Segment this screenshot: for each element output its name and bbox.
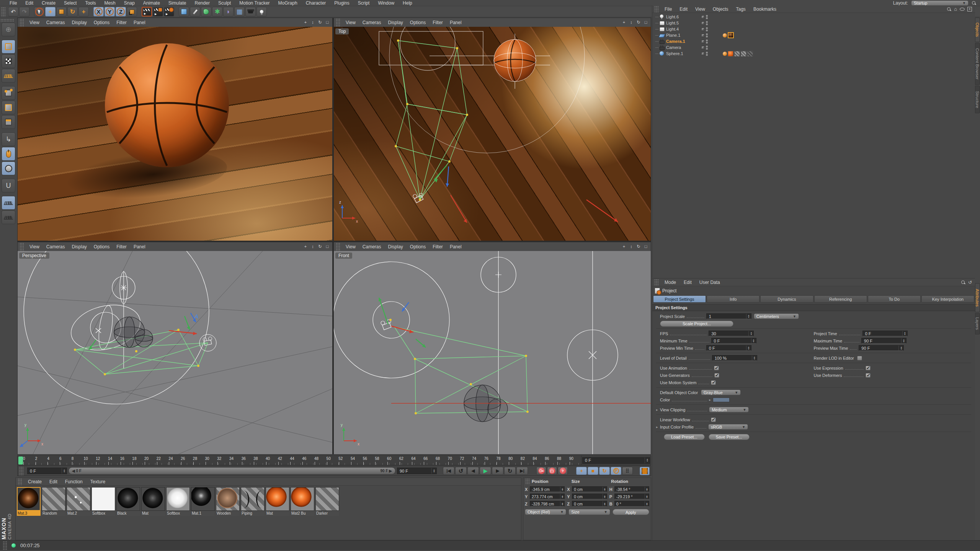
material-item[interactable]: Mat.1 — [191, 487, 215, 516]
add-icon[interactable]: + — [967, 7, 972, 11]
material-item[interactable]: Random — [41, 487, 66, 516]
viewport-grip[interactable] — [19, 242, 24, 251]
visibility-dots[interactable] — [706, 15, 708, 19]
object-row[interactable]: — Sphere.1 — [652, 51, 975, 57]
subdivision-surface-button[interactable] — [201, 7, 211, 16]
viewport-menu-item[interactable]: Cameras — [359, 244, 385, 249]
spline-pen-button[interactable] — [190, 7, 200, 16]
material-name[interactable]: Mat.3 — [17, 511, 41, 516]
size-y-field[interactable]: 0 cm▲▼ — [572, 494, 607, 499]
key-rotation-toggle[interactable]: ↻ — [599, 467, 610, 475]
material-name[interactable]: Mat — [141, 511, 165, 516]
material-thumbnail[interactable] — [17, 487, 41, 511]
editor-visibility-toggle[interactable] — [701, 15, 705, 19]
z-axis-lock-button[interactable]: Z — [116, 7, 126, 16]
menubar-item[interactable]: Help — [399, 0, 416, 6]
view-clipping-dropdown[interactable]: Medium▼ — [709, 407, 749, 412]
menubar-item[interactable]: Animate — [139, 0, 164, 6]
viewport-menu-item[interactable]: Options — [90, 244, 113, 249]
viewport-menu-item[interactable]: View — [26, 244, 43, 249]
material-item[interactable]: Piping — [240, 487, 265, 516]
material-thumbnail[interactable] — [266, 487, 289, 511]
viewport-menu-item[interactable]: Panel — [130, 20, 149, 25]
search-icon[interactable] — [961, 280, 965, 285]
spline-primitive-button[interactable]: ◗ — [223, 7, 234, 16]
editor-visibility-toggle[interactable] — [701, 21, 705, 25]
tree-toggle[interactable]: — — [655, 21, 659, 25]
material-thumbnail[interactable] — [67, 487, 90, 511]
visibility-dots[interactable] — [706, 21, 708, 25]
separator[interactable] — [90, 7, 93, 16]
attribute-tab[interactable]: To Do — [868, 295, 921, 303]
viewport-menu-item[interactable]: Filter — [429, 244, 446, 249]
material-menu-item[interactable]: Create — [24, 479, 46, 484]
timeline-ruler[interactable]: 0246810121416182022242628303234363840424… — [17, 455, 651, 465]
key-position-toggle[interactable]: + — [576, 467, 587, 475]
coordinate-mode-dropdown[interactable]: Object (Rel)▼ — [525, 509, 566, 515]
material-name[interactable]: Random — [42, 511, 65, 516]
rotate-icon[interactable]: ↻ — [636, 244, 641, 249]
visibility-dots[interactable] — [706, 46, 708, 50]
menubar-item[interactable]: Character — [302, 0, 330, 6]
powerslider-grip[interactable] — [19, 466, 23, 476]
visibility-dots[interactable] — [706, 27, 708, 31]
object-row[interactable]: — Camera.1 — [652, 38, 975, 44]
use-expression-checkbox[interactable]: ✓ — [866, 366, 871, 370]
undo-button[interactable]: ↶ — [8, 7, 18, 16]
record-options-button[interactable]: ? — [558, 467, 568, 475]
floor-button[interactable]: ▦ — [234, 7, 245, 16]
project-scale-unit-dropdown[interactable]: Centimeters▼ — [754, 313, 799, 319]
search-icon[interactable] — [947, 7, 951, 11]
menubar-item[interactable]: Plugins — [330, 0, 353, 6]
viewport-grip[interactable] — [19, 18, 24, 27]
use-deformers-checkbox[interactable]: ✓ — [866, 373, 871, 378]
pan-icon[interactable]: + — [303, 20, 308, 25]
fps-field[interactable]: 30▲▼ — [709, 331, 754, 336]
object-name[interactable]: Light.6 — [666, 15, 701, 19]
rotation-b-field[interactable]: 0 °▲▼ — [614, 501, 649, 507]
stripe-tag[interactable] — [734, 51, 740, 57]
material-name[interactable]: Softbox — [166, 511, 190, 516]
viewport-menu-item[interactable]: Panel — [446, 20, 465, 25]
viewport-perspective-canvas[interactable]: Perspective — [18, 251, 332, 454]
material-thumbnail[interactable] — [91, 487, 115, 511]
panel-grip[interactable] — [17, 478, 22, 485]
autokey-button[interactable]: ( ) — [547, 467, 557, 475]
viewport-menu-item[interactable]: View — [26, 20, 43, 25]
make-editable-button[interactable]: ⊕ — [2, 23, 15, 36]
visibility-dots[interactable] — [706, 39, 708, 44]
tweak-mode-button[interactable] — [2, 147, 15, 161]
live-selection-button[interactable] — [34, 7, 44, 16]
editor-visibility-toggle[interactable] — [701, 34, 705, 37]
object-manager-menu-item[interactable]: Tags — [732, 7, 750, 12]
attribute-menu-item[interactable]: User Data — [696, 280, 724, 285]
material-menu-item[interactable]: Function — [61, 479, 87, 484]
material-item[interactable]: Softbox — [166, 487, 190, 516]
material-item[interactable]: Mat — [265, 487, 290, 516]
mat-dark-tag[interactable] — [728, 32, 734, 38]
rotate-icon[interactable]: ↻ — [317, 244, 323, 249]
magnet-button[interactable]: U — [2, 179, 15, 192]
maximize-icon[interactable]: □ — [325, 244, 330, 249]
size-z-field[interactable]: 0 cm▲▼ — [572, 501, 607, 507]
rotation-h-field[interactable]: -38.54 °▲▼ — [614, 486, 649, 492]
history-icon[interactable]: ↺ — [968, 280, 972, 285]
status-grip[interactable] — [2, 541, 7, 550]
range-max-field[interactable]: 90 F▲▼ — [397, 468, 437, 474]
material-thumbnail[interactable] — [141, 487, 165, 511]
pan-icon[interactable]: + — [303, 244, 308, 249]
editor-visibility-toggle[interactable] — [701, 28, 705, 31]
material-name[interactable]: Wooden — [216, 511, 240, 516]
color-expand-arrow[interactable]: ▸ — [709, 398, 713, 402]
viewport-menu-item[interactable]: Options — [90, 20, 113, 25]
object-name[interactable]: Camera — [666, 45, 701, 50]
material-item[interactable]: Darker — [315, 487, 340, 516]
play-button[interactable]: ▶ — [480, 467, 491, 475]
material-name[interactable]: Mat.2 — [67, 511, 90, 516]
menubar-item[interactable]: Snap — [120, 0, 139, 6]
position-y-field[interactable]: 273.774 cm▲▼ — [530, 494, 565, 499]
menubar-item[interactable]: Simulate — [164, 0, 191, 6]
render-lod-checkbox[interactable] — [857, 356, 862, 360]
tree-toggle[interactable]: — — [655, 27, 659, 31]
load-preset-button[interactable]: Load Preset... — [664, 434, 705, 440]
